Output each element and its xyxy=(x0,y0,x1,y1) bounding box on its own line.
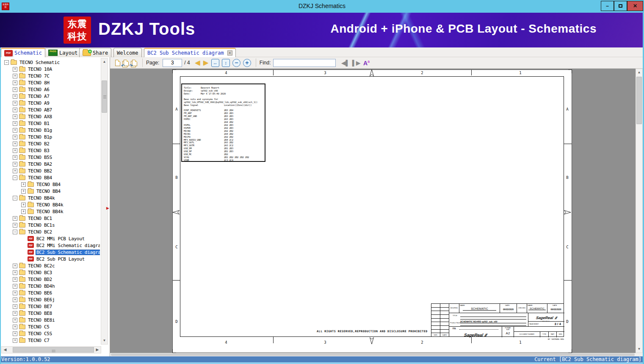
tree-item[interactable]: +TECNO B1g xyxy=(1,127,100,133)
expand-toggle-icon[interactable]: + xyxy=(21,182,26,187)
tree-item[interactable]: +TECNO 7C xyxy=(1,72,100,79)
sidebar-collapse-arrow[interactable]: ▶ xyxy=(106,206,109,210)
fit-width-button[interactable]: ↔ xyxy=(211,59,219,67)
tree-item[interactable]: +TECNO BB4 xyxy=(1,181,100,188)
tree-item[interactable]: −TECNO BB4 xyxy=(1,174,100,181)
fit-page-button[interactable]: ↕ xyxy=(222,59,230,67)
tree-item[interactable]: +TECNO B3 xyxy=(1,147,100,154)
expand-toggle-icon[interactable]: + xyxy=(13,297,17,302)
expand-toggle-icon[interactable]: + xyxy=(21,189,26,194)
next-page-button[interactable]: ▶ xyxy=(202,59,210,67)
scroll-right-icon[interactable]: ▶ xyxy=(94,347,101,353)
expand-toggle-icon[interactable]: + xyxy=(21,203,26,207)
expand-toggle-icon[interactable]: + xyxy=(13,114,17,119)
tree-item[interactable]: +TECNO BE8 xyxy=(1,310,100,317)
expand-toggle-icon[interactable]: + xyxy=(13,223,17,228)
expand-toggle-icon[interactable]: + xyxy=(13,216,17,221)
tree-item[interactable]: +TECNO A6 xyxy=(1,86,100,93)
tree-hscroll-thumb[interactable] xyxy=(13,347,94,353)
expand-toggle-icon[interactable]: + xyxy=(13,74,17,78)
expand-toggle-icon[interactable]: + xyxy=(13,155,17,160)
tree-item[interactable]: +TECNO C5S xyxy=(1,330,100,337)
maximize-button[interactable] xyxy=(614,1,627,11)
tree-item[interactable]: +TECNO BB4k xyxy=(1,208,100,215)
expand-toggle-icon[interactable]: + xyxy=(13,318,17,322)
expand-toggle-icon[interactable]: + xyxy=(13,162,17,167)
viewer-scroll-thumb[interactable] xyxy=(636,77,642,124)
viewer-horizontal-scrollbar[interactable] xyxy=(110,353,636,356)
tree-item[interactable]: +TECNO BC2c xyxy=(1,262,100,269)
tree-item[interactable]: +TECNO A9 xyxy=(1,100,100,106)
tree-item[interactable]: +TECNO BE6j xyxy=(1,296,100,303)
viewer-vertical-scrollbar[interactable]: ▲ ▼ xyxy=(636,69,643,353)
tree-item[interactable]: PDFBC2 MMi Schematic diagram xyxy=(1,242,100,249)
collapse-toggle-icon[interactable]: − xyxy=(4,60,9,65)
previous-page-button[interactable]: ◀ xyxy=(193,59,202,67)
tree-item[interactable]: −TECNO BC2 xyxy=(1,228,100,235)
expand-toggle-icon[interactable]: + xyxy=(13,169,17,173)
expand-toggle-icon[interactable]: + xyxy=(13,87,17,92)
tree-item[interactable]: +TECNO A7 xyxy=(1,93,100,100)
tree-item[interactable]: +TECNO AX8 xyxy=(1,113,100,120)
tree-item[interactable]: +TECNO BC1s xyxy=(1,222,100,228)
expand-toggle-icon[interactable]: + xyxy=(13,338,17,343)
zoom-in-button[interactable]: + xyxy=(243,59,251,67)
tree-item[interactable]: +TECNO BD4h xyxy=(1,283,100,289)
scroll-up-icon[interactable]: ▲ xyxy=(101,58,108,65)
tree-item[interactable]: +TECNO 8H xyxy=(1,79,100,86)
expand-toggle-icon[interactable]: + xyxy=(13,331,17,336)
tree-item[interactable]: +TECNO 10A xyxy=(1,66,100,72)
tree-item[interactable]: +TECNO BE6 xyxy=(1,289,100,296)
minimize-button[interactable]: – xyxy=(601,1,614,11)
tree-vertical-scrollbar[interactable]: ▲ ▼ xyxy=(101,58,108,345)
expand-toggle-icon[interactable]: + xyxy=(13,291,17,295)
collapse-toggle-icon[interactable]: − xyxy=(13,196,17,200)
tree-item[interactable]: −TECNO BB4k xyxy=(1,195,100,201)
page-number-input[interactable] xyxy=(163,59,182,67)
scroll-up-icon[interactable]: ▲ xyxy=(636,69,642,76)
tree-item[interactable]: +TECNO B5S xyxy=(1,154,100,161)
scroll-down-icon[interactable]: ▼ xyxy=(101,337,108,344)
expand-toggle-icon[interactable]: + xyxy=(13,277,17,282)
doc-tab-welcome[interactable]: Welcome xyxy=(113,48,142,57)
find-input[interactable] xyxy=(273,59,336,67)
expand-toggle-icon[interactable]: + xyxy=(13,101,17,106)
expand-toggle-icon[interactable]: + xyxy=(13,81,17,85)
tree-item[interactable]: +TECNO BE8i xyxy=(1,317,100,323)
tree-item[interactable]: +TECNO BB4k xyxy=(1,201,100,208)
tree-item[interactable]: PDFBC2 Sub PCB Layout xyxy=(1,256,100,262)
match-case-icon[interactable]: Aa xyxy=(362,59,371,67)
collapse-toggle-icon[interactable]: − xyxy=(13,230,17,234)
expand-toggle-icon[interactable]: + xyxy=(13,304,17,309)
tree-item[interactable]: PDFBC2 MMi PCB Layout xyxy=(1,235,100,242)
expand-toggle-icon[interactable]: + xyxy=(13,135,17,139)
rotate-right-icon[interactable]: ↷ xyxy=(130,58,139,67)
tab-share[interactable]: Share xyxy=(79,48,111,57)
tree-scroll-thumb[interactable] xyxy=(102,81,107,113)
tree-item[interactable]: +TECNO AB7 xyxy=(1,106,100,113)
expand-toggle-icon[interactable]: + xyxy=(13,264,17,268)
expand-toggle-icon[interactable]: + xyxy=(13,121,17,126)
collapse-toggle-icon[interactable]: − xyxy=(13,175,17,180)
tree-item[interactable]: +TECNO BC1 xyxy=(1,215,100,222)
expand-toggle-icon[interactable]: + xyxy=(13,94,17,99)
tree-item[interactable]: +TECNO BE7 xyxy=(1,303,100,310)
doc-tab-bc2-sub-schematic[interactable]: BC2 Sub Schematic diagram x xyxy=(144,48,236,57)
tree-item[interactable]: +TECNO BC3 xyxy=(1,269,100,276)
tree-item[interactable]: +TECNO B1 xyxy=(1,120,100,127)
tab-layout[interactable]: PADS Layout xyxy=(45,48,81,57)
tab-schematic[interactable]: PDF Schematic xyxy=(1,48,45,57)
expand-toggle-icon[interactable]: + xyxy=(13,67,17,72)
tree-item[interactable]: PDFBC2 Sub Schematic diagram xyxy=(1,249,100,256)
tree-item[interactable]: +TECNO BD2 xyxy=(1,276,100,283)
copy-page-icon[interactable] xyxy=(113,58,122,67)
document-viewer[interactable]: 44332211AABBCCDD Title:Basenet Report De… xyxy=(110,69,636,353)
tree-item[interactable]: +TECNO B1p xyxy=(1,133,100,140)
tree-item[interactable]: +TECNO C7 xyxy=(1,337,100,344)
find-next-icon[interactable]: ▌▶ xyxy=(351,60,362,66)
expand-toggle-icon[interactable]: + xyxy=(13,284,17,289)
expand-toggle-icon[interactable]: + xyxy=(13,311,17,316)
find-previous-icon[interactable]: ◀▌ xyxy=(340,60,351,66)
tree-item[interactable]: +TECNO C5 xyxy=(1,323,100,330)
expand-toggle-icon[interactable]: + xyxy=(13,325,17,329)
